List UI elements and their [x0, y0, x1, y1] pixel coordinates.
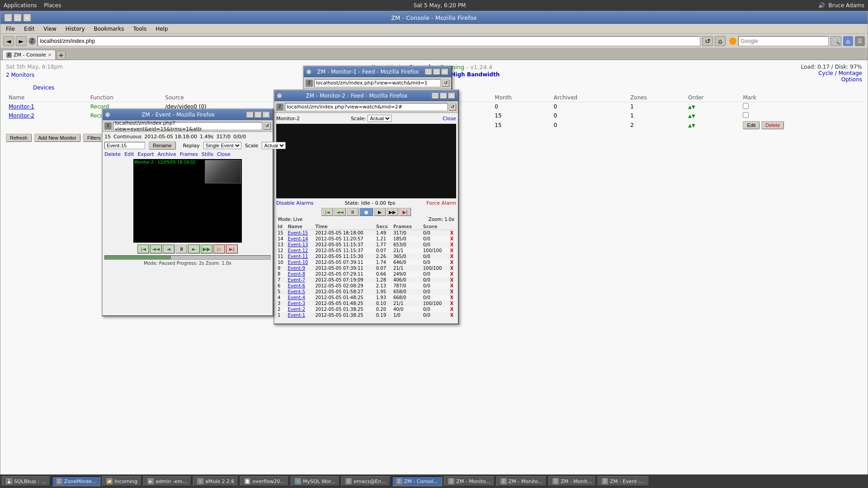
- close-event-link[interactable]: Close: [217, 151, 231, 157]
- ev-delete-link[interactable]: X: [450, 254, 454, 259]
- taskbar-amule[interactable]: ⚡ aMule 2.2.6: [193, 476, 239, 486]
- pb-slow[interactable]: ▷: [213, 244, 225, 253]
- taskbar-zm-monito1[interactable]: Z ZM - Monito...: [444, 476, 495, 486]
- monitor2-reload-btn[interactable]: ↺: [449, 103, 456, 111]
- close-button[interactable]: ✕: [23, 14, 31, 22]
- ev-name-link[interactable]: Event-11: [288, 254, 308, 259]
- progress-bar-container[interactable]: [104, 255, 271, 260]
- disable-alarm-link[interactable]: Disable Alarms: [276, 200, 313, 206]
- refresh-button[interactable]: Refresh: [6, 134, 32, 142]
- monitor1-close-circle[interactable]: [307, 70, 311, 74]
- ev-name-link[interactable]: Event-8: [288, 272, 305, 277]
- menu-view[interactable]: View: [42, 25, 58, 33]
- m2-pb-prev[interactable]: ◄◄: [334, 208, 346, 216]
- event-name-input[interactable]: [104, 142, 145, 149]
- maximize-button[interactable]: □: [14, 14, 22, 22]
- applications-menu[interactable]: Applications: [4, 2, 37, 9]
- ev-delete-link[interactable]: X: [450, 266, 454, 271]
- ev-delete-link[interactable]: X: [450, 295, 454, 300]
- monitor1-reload[interactable]: ↺: [442, 80, 449, 87]
- forward-button[interactable]: ►: [16, 36, 27, 46]
- ev-delete-link[interactable]: X: [450, 236, 454, 241]
- monitor2-minimize[interactable]: _: [432, 93, 439, 99]
- monitor2-link[interactable]: Monitor-2: [9, 113, 34, 119]
- places-menu[interactable]: Places: [44, 2, 61, 9]
- taskbar-zoneminder[interactable]: Z ZoneMinde...: [52, 476, 101, 486]
- ev-name-link[interactable]: Event-15: [288, 230, 308, 235]
- ev-name-link[interactable]: Event-3: [288, 301, 305, 306]
- monitor1-maximize[interactable]: □: [433, 69, 440, 75]
- stills-link[interactable]: Stills: [202, 151, 213, 157]
- tab-close-icon[interactable]: ✕: [48, 52, 52, 57]
- new-tab-button[interactable]: +: [57, 51, 66, 60]
- pb-skip-start[interactable]: |◄: [137, 244, 149, 253]
- monitor1-close[interactable]: ✕: [441, 69, 448, 75]
- ev-delete-link[interactable]: X: [450, 301, 454, 306]
- address-bar[interactable]: [38, 36, 700, 46]
- ev-delete-link[interactable]: X: [450, 272, 454, 277]
- delete-button[interactable]: Delete: [761, 121, 784, 129]
- ev-delete-link[interactable]: X: [450, 277, 454, 282]
- pb-step-fwd[interactable]: ►: [188, 244, 200, 253]
- ev-name-link[interactable]: Event-5: [288, 289, 305, 294]
- edit-link[interactable]: Edit: [124, 151, 134, 157]
- event-close-btn[interactable]: ✕: [263, 112, 270, 118]
- ev-name-link[interactable]: Event-12: [288, 248, 308, 253]
- m2-pb-pause[interactable]: ⏸: [347, 208, 359, 216]
- ev-delete-link[interactable]: X: [450, 260, 454, 265]
- taskbar-admin-em[interactable]: ▶ admin -em...: [143, 476, 191, 486]
- monitor1-address[interactable]: localhost/zm/index.php?view=watch&mid=1: [314, 79, 441, 87]
- ev-name-link[interactable]: Event-9: [288, 266, 305, 271]
- monitor2-maximize[interactable]: □: [440, 93, 447, 99]
- monitor2-close-circle[interactable]: [277, 94, 282, 98]
- menu-bookmarks[interactable]: Bookmarks: [92, 25, 126, 33]
- rename-button[interactable]: Rename: [149, 141, 176, 150]
- event-close-circle[interactable]: [105, 113, 110, 117]
- taskbar-emacs[interactable]: E emacs@En...: [341, 476, 390, 486]
- back-button[interactable]: ◄: [3, 36, 14, 46]
- search-input[interactable]: [741, 38, 826, 44]
- edit-button[interactable]: Edit: [743, 121, 760, 129]
- ev-delete-link[interactable]: X: [450, 242, 454, 247]
- search-button[interactable]: 🔍: [830, 36, 841, 46]
- menu-tools[interactable]: Tools: [132, 25, 149, 33]
- taskbar-zm-console[interactable]: Z ZM - Consol...: [392, 476, 442, 486]
- home-button[interactable]: ⌂: [715, 36, 726, 46]
- monitor2-close-link[interactable]: Close: [443, 116, 456, 122]
- reload-button[interactable]: ↺: [702, 36, 713, 46]
- pb-step-back[interactable]: ◄: [163, 244, 175, 253]
- address-input[interactable]: [40, 38, 698, 44]
- monitor1-link[interactable]: Monitor-1: [9, 103, 34, 110]
- search-bar[interactable]: [738, 36, 829, 46]
- m2-pb-skip-start[interactable]: |◄: [321, 208, 333, 216]
- cycle-link[interactable]: Cycle / Montage: [818, 70, 862, 76]
- ev-name-link[interactable]: Event-7: [288, 277, 305, 282]
- ev-delete-link[interactable]: X: [450, 307, 454, 312]
- monitor2-scale-select[interactable]: Actual: [368, 115, 392, 122]
- ev-delete-link[interactable]: X: [450, 289, 454, 294]
- taskbar-sqlbkup[interactable]: 💾 SQLBkup : ...: [2, 476, 50, 486]
- taskbar-zm-event[interactable]: Z ZM - Event -...: [598, 476, 649, 486]
- ev-delete-link[interactable]: X: [450, 313, 454, 318]
- menu-help[interactable]: Help: [154, 25, 170, 33]
- options-link[interactable]: Options: [841, 76, 862, 83]
- menu-history[interactable]: History: [64, 25, 87, 33]
- event-maximize[interactable]: □: [255, 112, 262, 118]
- monitor1-minimize[interactable]: _: [425, 69, 432, 75]
- pb-fast-fwd[interactable]: ▶▶: [201, 244, 212, 253]
- addon-icon[interactable]: ☰: [855, 36, 865, 46]
- taskbar-mysql[interactable]: 🐬 MySQL Wor...: [291, 476, 340, 486]
- m2-pb-skip-end[interactable]: ▶|: [399, 208, 411, 216]
- ev-name-link[interactable]: Event-13: [288, 242, 308, 247]
- ev-name-link[interactable]: Event-4: [288, 295, 305, 300]
- m2-pb-live[interactable]: ●: [359, 208, 373, 216]
- force-alarm-link[interactable]: Force Alarm: [426, 200, 456, 206]
- ev-name-link[interactable]: Event-1: [288, 313, 305, 318]
- event-reload-btn[interactable]: ↺: [264, 122, 271, 130]
- pb-pause[interactable]: ⏸: [175, 244, 187, 253]
- replay-select[interactable]: Single Event: [203, 142, 241, 149]
- taskbar-zm-monit3[interactable]: Z ZM - Monit...: [548, 476, 596, 486]
- frames-link[interactable]: Frames: [180, 151, 198, 157]
- pb-skip-end[interactable]: ►|: [226, 244, 238, 253]
- monitor2-checkbox[interactable]: [743, 112, 749, 118]
